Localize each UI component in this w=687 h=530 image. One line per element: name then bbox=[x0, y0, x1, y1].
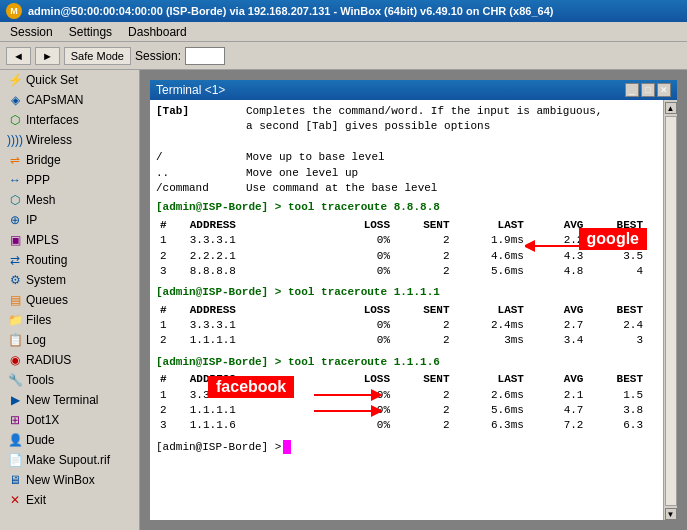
sidebar-item-label-log: Log bbox=[26, 333, 46, 347]
sidebar-item-bridge[interactable]: ⇌Bridge bbox=[0, 150, 139, 170]
queues-icon: ▤ bbox=[8, 293, 22, 307]
terminal-controls: _ □ ✕ bbox=[625, 83, 671, 97]
trace2-row2: 21.1.1.10%23ms3.43 bbox=[156, 333, 647, 348]
trace3-row3: 31.1.1.60%26.3ms7.26.3 bbox=[156, 418, 647, 433]
log-icon: 📋 bbox=[8, 333, 22, 347]
scrollbar-up[interactable]: ▲ bbox=[665, 102, 677, 114]
ip-icon: ⊕ bbox=[8, 213, 22, 227]
sidebar: ⚡Quick Set◈CAPsMAN⬡Interfaces))))Wireles… bbox=[0, 70, 140, 530]
sidebar-item-interfaces[interactable]: ⬡Interfaces bbox=[0, 110, 139, 130]
sidebar-item-dot1x[interactable]: ⊞Dot1X bbox=[0, 410, 139, 430]
sidebar-item-mpls[interactable]: ▣MPLS bbox=[0, 230, 139, 250]
prompt-text: [admin@ISP-Borde] > bbox=[156, 441, 281, 453]
sidebar-item-label-radius: RADIUS bbox=[26, 353, 71, 367]
sidebar-item-routing[interactable]: ⇄Routing bbox=[0, 250, 139, 270]
sidebar-item-radius[interactable]: ◉RADIUS bbox=[0, 350, 139, 370]
sidebar-item-label-mpls: MPLS bbox=[26, 233, 59, 247]
trace3-row2: 21.1.1.10%25.6ms4.73.8 bbox=[156, 403, 647, 418]
terminal-prompt: [admin@ISP-Borde] > bbox=[156, 440, 647, 454]
sidebar-item-capsman[interactable]: ◈CAPsMAN bbox=[0, 90, 139, 110]
menu-dashboard[interactable]: Dashboard bbox=[122, 24, 193, 40]
sidebar-item-make-supout[interactable]: 📄Make Supout.rif bbox=[0, 450, 139, 470]
interfaces-icon: ⬡ bbox=[8, 113, 22, 127]
ppp-icon: ↔ bbox=[8, 173, 22, 187]
forward-button[interactable]: ► bbox=[35, 47, 60, 65]
exit-icon: ✕ bbox=[8, 493, 22, 507]
sidebar-item-label-wireless: Wireless bbox=[26, 133, 72, 147]
sidebar-item-label-new-terminal: New Terminal bbox=[26, 393, 98, 407]
terminal-container: Terminal <1> _ □ ✕ [Tab]Completes the co… bbox=[140, 70, 687, 530]
new-winbox-icon: 🖥 bbox=[8, 473, 22, 487]
terminal-content[interactable]: [Tab]Completes the command/word. If the … bbox=[150, 100, 663, 520]
title-text: admin@50:00:00:04:00:00 (ISP-Borde) via … bbox=[28, 5, 553, 17]
session-input[interactable] bbox=[185, 47, 225, 65]
sidebar-item-label-mesh: Mesh bbox=[26, 193, 55, 207]
sidebar-item-exit[interactable]: ✕Exit bbox=[0, 490, 139, 510]
sidebar-item-label-dude: Dude bbox=[26, 433, 55, 447]
sidebar-item-tools[interactable]: 🔧Tools bbox=[0, 370, 139, 390]
menu-session[interactable]: Session bbox=[4, 24, 59, 40]
trace1-cmd: [admin@ISP-Borde] > tool traceroute 8.8.… bbox=[156, 200, 647, 215]
sidebar-item-mesh[interactable]: ⬡Mesh bbox=[0, 190, 139, 210]
wireless-icon: )))) bbox=[8, 133, 22, 147]
sidebar-item-label-tools: Tools bbox=[26, 373, 54, 387]
help-command: /commandUse command at the base level bbox=[156, 181, 647, 196]
sidebar-item-system[interactable]: ⚙System bbox=[0, 270, 139, 290]
sidebar-item-ppp[interactable]: ↔PPP bbox=[0, 170, 139, 190]
menu-settings[interactable]: Settings bbox=[63, 24, 118, 40]
sidebar-item-wireless[interactable]: ))))Wireless bbox=[0, 130, 139, 150]
make-supout-icon: 📄 bbox=[8, 453, 22, 467]
mpls-icon: ▣ bbox=[8, 233, 22, 247]
sidebar-item-label-files: Files bbox=[26, 313, 51, 327]
sidebar-item-dude[interactable]: 👤Dude bbox=[0, 430, 139, 450]
files-icon: 📁 bbox=[8, 313, 22, 327]
sidebar-item-new-terminal[interactable]: ▶New Terminal bbox=[0, 390, 139, 410]
terminal-window: Terminal <1> _ □ ✕ [Tab]Completes the co… bbox=[148, 78, 679, 522]
radius-icon: ◉ bbox=[8, 353, 22, 367]
help-blank bbox=[156, 135, 647, 150]
session-label: Session: bbox=[135, 49, 181, 63]
sidebar-item-log[interactable]: 📋Log bbox=[0, 330, 139, 350]
sidebar-item-label-system: System bbox=[26, 273, 66, 287]
help-tab-line: [Tab]Completes the command/word. If the … bbox=[156, 104, 647, 119]
help-dotdot: ..Move one level up bbox=[156, 166, 647, 181]
mesh-icon: ⬡ bbox=[8, 193, 22, 207]
system-icon: ⚙ bbox=[8, 273, 22, 287]
safe-mode-button[interactable]: Safe Mode bbox=[64, 47, 131, 65]
google-annotation: google bbox=[579, 228, 647, 250]
terminal-title: Terminal <1> bbox=[156, 83, 225, 97]
trace2-cmd: [admin@ISP-Borde] > tool traceroute 1.1.… bbox=[156, 285, 647, 300]
title-bar: M admin@50:00:00:04:00:00 (ISP-Borde) vi… bbox=[0, 0, 687, 22]
scrollbar-down[interactable]: ▼ bbox=[665, 508, 677, 520]
sidebar-item-label-interfaces: Interfaces bbox=[26, 113, 79, 127]
trace2-table: #ADDRESSLOSSSENTLASTAVGBEST 13.3.3.10%22… bbox=[156, 303, 647, 349]
facebook-arrow2 bbox=[312, 403, 382, 423]
routing-icon: ⇄ bbox=[8, 253, 22, 267]
help-tab-line2: a second [Tab] gives possible options bbox=[156, 119, 647, 134]
toolbar: ◄ ► Safe Mode Session: bbox=[0, 42, 687, 70]
sidebar-item-label-new-winbox: New WinBox bbox=[26, 473, 95, 487]
sidebar-item-ip[interactable]: ⊕IP bbox=[0, 210, 139, 230]
back-button[interactable]: ◄ bbox=[6, 47, 31, 65]
terminal-maximize[interactable]: □ bbox=[641, 83, 655, 97]
sidebar-item-label-ppp: PPP bbox=[26, 173, 50, 187]
quick-set-icon: ⚡ bbox=[8, 73, 22, 87]
sidebar-item-label-routing: Routing bbox=[26, 253, 67, 267]
sidebar-item-label-capsman: CAPsMAN bbox=[26, 93, 83, 107]
terminal-minimize[interactable]: _ bbox=[625, 83, 639, 97]
sidebar-item-files[interactable]: 📁Files bbox=[0, 310, 139, 330]
trace2-row1: 13.3.3.10%22.4ms2.72.4 bbox=[156, 318, 647, 333]
sidebar-item-new-winbox[interactable]: 🖥New WinBox bbox=[0, 470, 139, 490]
new-terminal-icon: ▶ bbox=[8, 393, 22, 407]
facebook-annotation: facebook bbox=[208, 376, 294, 398]
app-icon: M bbox=[6, 3, 22, 19]
sidebar-item-label-quick-set: Quick Set bbox=[26, 73, 78, 87]
cursor bbox=[283, 440, 291, 454]
sidebar-item-quick-set[interactable]: ⚡Quick Set bbox=[0, 70, 139, 90]
sidebar-item-queues[interactable]: ▤Queues bbox=[0, 290, 139, 310]
terminal-title-bar: Terminal <1> _ □ ✕ bbox=[150, 80, 677, 100]
sidebar-item-label-make-supout: Make Supout.rif bbox=[26, 453, 110, 467]
sidebar-item-label-exit: Exit bbox=[26, 493, 46, 507]
capsman-icon: ◈ bbox=[8, 93, 22, 107]
terminal-close[interactable]: ✕ bbox=[657, 83, 671, 97]
